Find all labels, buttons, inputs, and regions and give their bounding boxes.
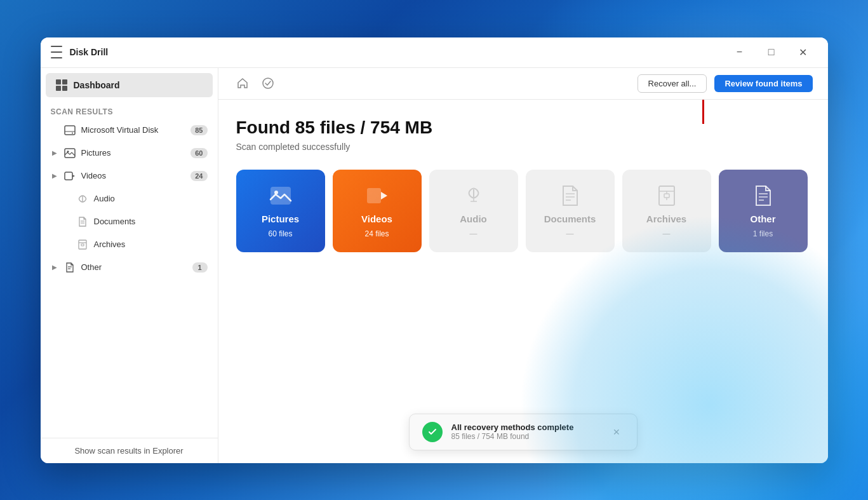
svg-marker-19	[381, 192, 387, 199]
sidebar-item-label-pictures: Pictures	[81, 148, 186, 158]
chevron-pictures-icon: ▶	[51, 149, 58, 157]
sidebar-item-label-videos: Videos	[81, 171, 186, 180]
show-in-explorer-button[interactable]: Show scan results in Explorer	[51, 446, 208, 456]
card-pictures-icon	[268, 183, 293, 208]
svg-rect-28	[664, 194, 669, 198]
home-icon[interactable]	[234, 74, 251, 92]
archive-icon	[76, 238, 89, 251]
card-audio-label: Audio	[460, 213, 487, 224]
image-icon	[63, 147, 76, 159]
svg-point-17	[274, 191, 278, 194]
sidebar-item-label-other: Other	[81, 262, 187, 272]
content-header: Recover all... Review found items	[218, 68, 828, 100]
sidebar-item-archives[interactable]: Archives	[41, 233, 218, 256]
dashboard-label: Dashboard	[74, 80, 120, 90]
notification-bar: All recovery methods complete 85 files /…	[409, 414, 638, 450]
svg-marker-6	[72, 175, 75, 177]
found-subtitle: Scan completed successfully	[236, 142, 810, 152]
sidebar-item-microsoft-virtual-disk[interactable]: Microsoft Virtual Disk 85	[41, 119, 218, 142]
card-videos[interactable]: Videos 24 files	[333, 170, 422, 252]
sidebar: Dashboard Scan results Microsoft Virtual…	[41, 68, 218, 463]
card-audio[interactable]: Audio —	[429, 170, 518, 252]
sidebar-item-pictures[interactable]: ▶ Pictures 60	[41, 142, 218, 165]
placeholder-chevron	[51, 126, 58, 134]
drive-icon	[63, 124, 76, 137]
audio-icon	[76, 193, 89, 205]
video-icon	[63, 170, 76, 182]
grid-icon	[56, 79, 67, 91]
found-title: Found 85 files / 754 MB	[236, 118, 810, 138]
sidebar-item-badge-videos: 24	[190, 171, 207, 181]
chevron-other-icon: ▶	[51, 264, 58, 271]
svg-rect-18	[367, 188, 381, 203]
sidebar-item-label-documents: Documents	[94, 217, 208, 226]
app-name: Disk Drill	[70, 47, 109, 57]
card-documents[interactable]: Documents —	[526, 170, 615, 252]
card-pictures-label: Pictures	[262, 213, 299, 224]
notification-close-button[interactable]: ✕	[609, 426, 624, 438]
card-videos-count: 24 files	[364, 229, 389, 238]
card-videos-icon	[364, 183, 390, 208]
card-other-icon	[751, 183, 776, 208]
review-found-items-button[interactable]: Review found items	[714, 75, 812, 92]
svg-point-2	[72, 132, 73, 133]
sidebar-item-audio[interactable]: Audio	[41, 187, 218, 210]
sidebar-item-badge-other: 1	[192, 262, 208, 273]
card-documents-count: —	[566, 229, 574, 238]
card-other-count: 1 files	[753, 229, 773, 238]
chevron-videos-icon: ▶	[51, 172, 58, 180]
document-icon	[76, 215, 89, 228]
card-archives-label: Archives	[646, 213, 686, 224]
card-archives[interactable]: Archives —	[622, 170, 711, 252]
arrow-annotation	[702, 100, 704, 124]
notification-text: All recovery methods complete 85 files /…	[451, 422, 600, 441]
sidebar-item-label-mvd: Microsoft Virtual Disk	[81, 125, 186, 135]
svg-rect-12	[81, 244, 84, 246]
svg-point-15	[263, 78, 273, 88]
titlebar: Disk Drill − □ ✕	[41, 37, 828, 68]
recover-all-button[interactable]: Recover all...	[638, 74, 707, 93]
svg-rect-5	[65, 172, 72, 180]
notification-subtitle: 85 files / 754 MB found	[451, 432, 600, 441]
sidebar-item-badge-pictures: 60	[190, 148, 207, 158]
category-cards: Pictures 60 files Videos 24 files	[236, 170, 810, 252]
application-window: Disk Drill − □ ✕ Dashboard Scan results	[41, 37, 828, 463]
notification-title: All recovery methods complete	[451, 422, 600, 432]
sidebar-item-other[interactable]: ▶ Other 1	[41, 256, 218, 279]
card-audio-icon	[461, 183, 486, 208]
svg-rect-0	[65, 126, 75, 135]
scan-results-label: Scan results	[41, 102, 218, 119]
content-area: Recover all... Review found items Found …	[218, 68, 828, 463]
card-archives-count: —	[663, 229, 671, 238]
maximize-button[interactable]: □	[757, 42, 786, 62]
card-archives-icon	[654, 183, 679, 208]
dashboard-nav-item[interactable]: Dashboard	[46, 73, 213, 97]
main-layout: Dashboard Scan results Microsoft Virtual…	[41, 68, 828, 463]
notification-check-icon	[422, 422, 443, 442]
window-controls: − □ ✕	[725, 42, 818, 62]
sidebar-item-label-audio: Audio	[94, 194, 208, 203]
sidebar-item-documents[interactable]: Documents	[41, 210, 218, 233]
card-videos-label: Videos	[361, 213, 392, 224]
sidebar-item-badge-mvd: 85	[190, 125, 207, 135]
sidebar-item-label-archives: Archives	[94, 240, 208, 249]
other-file-icon	[63, 261, 76, 274]
card-documents-icon	[558, 183, 583, 208]
card-other[interactable]: Other 1 files	[719, 170, 808, 252]
card-pictures-count: 60 files	[268, 229, 292, 238]
card-pictures[interactable]: Pictures 60 files	[236, 170, 325, 252]
card-other-label: Other	[750, 213, 775, 224]
sidebar-footer: Show scan results in Explorer	[41, 438, 218, 463]
minimize-button[interactable]: −	[725, 42, 754, 62]
status-check-icon	[259, 74, 277, 92]
card-audio-count: —	[470, 229, 477, 238]
sidebar-item-videos[interactable]: ▶ Videos 24	[41, 165, 218, 187]
card-documents-label: Documents	[544, 213, 596, 224]
svg-rect-26	[659, 186, 674, 205]
content-body: Found 85 files / 754 MB Scan completed s…	[218, 100, 828, 463]
svg-rect-10	[79, 240, 86, 249]
close-button[interactable]: ✕	[789, 42, 818, 62]
menu-icon[interactable]	[51, 46, 63, 58]
